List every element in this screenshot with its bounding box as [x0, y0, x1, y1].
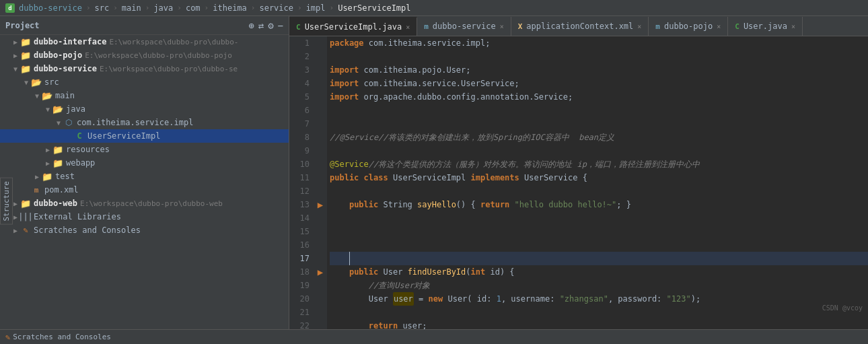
breadcrumb-service: service: [259, 3, 293, 13]
tree-item-dubbo-service[interactable]: ▼ 📁 dubbo-service E:\workspace\dubbo-pro…: [0, 62, 289, 75]
gutter-line: [314, 104, 327, 117]
code-line-3: import com.itheima.pojo.User;: [330, 63, 868, 77]
tree-path: E:\workspace\dubbo-pro\dubbo-: [109, 38, 238, 46]
tree-item-java[interactable]: ▼ 📂 java: [0, 102, 289, 116]
settings-icon[interactable]: ⚙: [268, 21, 273, 30]
tree-item-external-libs[interactable]: ▶ ||| External Libraries: [0, 210, 289, 223]
tree-label: com.itheima.service.impl: [77, 118, 193, 127]
minimize-icon[interactable]: −: [278, 21, 283, 30]
gutter-line: [314, 211, 327, 225]
new-file-icon[interactable]: ⊕: [248, 21, 254, 30]
sidebar-header: Project ⊕ ⇄ ⚙ −: [0, 16, 289, 35]
code-line-1: package com.itheima.service.impl;: [330, 36, 868, 50]
code-line-4: import com.itheima.service.UserService;: [330, 77, 868, 90]
run-arrow-icon: ▶: [318, 267, 323, 277]
gutter-line: [314, 184, 327, 198]
tab-maven-icon: m: [655, 22, 660, 31]
maven-icon: m: [31, 184, 42, 195]
code-content[interactable]: package com.itheima.service.impl; import…: [327, 36, 868, 329]
tree-label: dubbo-web: [34, 199, 77, 208]
gutter-line: [314, 90, 327, 104]
tab-label: applicationContext.xml: [526, 22, 633, 31]
breadcrumb-java: java: [153, 3, 173, 13]
code-line-10: @Service//将这个类提供的方法（服务）对外发布。将访问的地址 ip，端口…: [330, 158, 868, 171]
tree-item-package[interactable]: ▼ ⬡ com.itheima.service.impl: [0, 116, 289, 129]
package-icon: ⬡: [63, 117, 74, 128]
breadcrumb-itheima: itheima: [213, 3, 247, 13]
structure-panel-tab[interactable]: Structure: [0, 178, 13, 225]
tab-class-icon: C: [735, 22, 739, 31]
tree-label: src: [44, 77, 59, 87]
tree-arrow: ▶: [11, 38, 20, 46]
tab-User[interactable]: C User.java ×: [728, 17, 803, 36]
tree-item-webapp[interactable]: ▶ 📁 webapp: [0, 156, 289, 170]
tree-item-resources[interactable]: ▶ 📁 resources: [0, 143, 289, 156]
tree-item-dubbo-pojo[interactable]: ▶ 📁 dubbo-pojo E:\workspace\dubbo-pro\du…: [0, 48, 289, 62]
code-line-15: [330, 225, 868, 238]
breadcrumb-com: com: [186, 3, 201, 13]
highlight-user: user: [393, 292, 414, 306]
code-line-19: //查询User对象: [330, 279, 868, 292]
gutter-line: [314, 171, 327, 184]
editor-area: C UserServiceImpl.java × m dubbo-service…: [289, 16, 868, 329]
project-tree: ▶ 📁 dubbo-interface E:\workspace\dubbo-p…: [0, 35, 289, 329]
gutter-line: [314, 131, 327, 144]
tree-arrow: ▶: [43, 160, 52, 167]
watermark: CSDN @vcoy: [822, 304, 863, 312]
breadcrumb-dubbo-service: dubbo-service: [19, 3, 82, 13]
class-icon: C: [74, 131, 85, 141]
code-line-18: public User findUserById(int id) {: [330, 265, 868, 279]
tab-UserServiceImpl[interactable]: C UserServiceImpl.java ×: [289, 17, 417, 36]
tree-item-pom[interactable]: m pom.xml: [0, 183, 289, 197]
tab-close-icon[interactable]: ×: [406, 24, 410, 31]
gutter-breakpoint-18: ▶: [314, 265, 327, 279]
tree-item-UserServiceImpl[interactable]: C UserServiceImpl: [0, 129, 289, 143]
sync-icon[interactable]: ⇄: [258, 21, 264, 30]
tree-item-scratches[interactable]: ▶ ✎ Scratches and Consoles: [0, 223, 289, 237]
tab-dubbo-service[interactable]: m dubbo-service ×: [417, 17, 511, 36]
tab-xml-icon: X: [518, 22, 523, 31]
tree-label: External Libraries: [34, 212, 121, 221]
tree-arrow: ▼: [32, 92, 42, 100]
tree-item-dubbo-web[interactable]: ▶ 📁 dubbo-web E:\workspace\dubbo-pro\dub…: [0, 197, 289, 210]
breadcrumb-active: UserServiceImpl: [338, 3, 410, 13]
tree-arrow: ▼: [43, 106, 52, 113]
gutter-line: [314, 63, 327, 77]
tab-dubbo-pojo[interactable]: m dubbo-pojo ×: [649, 17, 728, 36]
code-line-7: [330, 117, 868, 131]
gutter-line: [314, 144, 327, 158]
tab-label: dubbo-service: [433, 22, 496, 31]
code-line-9: [330, 144, 868, 158]
gutter-line: [314, 319, 327, 329]
tab-close-icon[interactable]: ×: [500, 23, 504, 30]
tab-label: User.java: [744, 22, 787, 31]
code-line-20: User user = new User( id: 1, username: "…: [330, 292, 868, 306]
folder-icon: 📁: [52, 144, 63, 155]
code-line-5: import org.apache.dubbo.config.annotatio…: [330, 90, 868, 104]
folder-icon: 📁: [42, 171, 52, 182]
tree-arrow: ▼: [11, 65, 20, 73]
tab-close-icon[interactable]: ×: [717, 23, 721, 30]
breadcrumb-main: main: [122, 3, 141, 13]
gutter: ▶ ▶: [314, 36, 327, 329]
tree-label: dubbo-pojo: [34, 50, 82, 60]
module-icon: 📁: [20, 36, 31, 47]
tree-item-src[interactable]: ▼ 📂 src: [0, 75, 289, 89]
app-icon: d: [5, 3, 15, 13]
code-line-22: return user;: [330, 319, 868, 329]
tab-close-icon[interactable]: ×: [791, 23, 795, 30]
tree-path: E:\workspace\dubbo-pro\dubbo-web: [80, 199, 223, 208]
folder-icon: 📂: [42, 90, 52, 101]
tree-path: E:\workspace\dubbo-pro\dubbo-pojo: [85, 51, 232, 60]
tree-item-main[interactable]: ▼ 📂 main: [0, 89, 289, 102]
scratches-panel-item[interactable]: ✎ Scratches and Consoles: [5, 333, 111, 342]
cursor: [349, 252, 355, 265]
gutter-line: [314, 292, 327, 306]
gutter-line: [314, 279, 327, 292]
code-line-21: [330, 306, 868, 319]
tab-close-icon[interactable]: ×: [637, 23, 641, 30]
tree-item-dubbo-interface[interactable]: ▶ 📁 dubbo-interface E:\workspace\dubbo-p…: [0, 35, 289, 48]
tree-label: java: [66, 104, 85, 114]
tab-applicationContext[interactable]: X applicationContext.xml ×: [511, 17, 649, 36]
tree-item-test[interactable]: ▶ 📁 test: [0, 170, 289, 183]
